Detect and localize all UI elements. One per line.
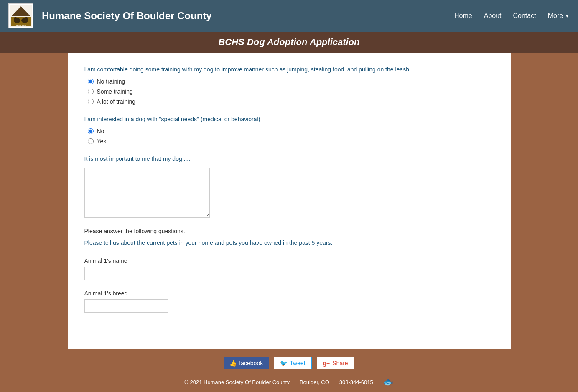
nav-links: Home About Contact More ▼ <box>454 12 570 20</box>
nav-about[interactable]: About <box>484 12 502 20</box>
animal1-breed-section: Animal 1's breed <box>84 290 494 313</box>
navbar: SHELTER Humane Society Of Boulder County… <box>0 0 578 32</box>
animal1-name-section: Animal 1's name <box>84 257 494 280</box>
nav-more[interactable]: More ▼ <box>548 12 570 20</box>
fish-icon: 🐟 <box>383 377 394 387</box>
special-needs-radio-yes[interactable] <box>88 138 94 144</box>
special-needs-label-no: No <box>97 128 104 135</box>
special-needs-radio-no[interactable] <box>88 128 94 134</box>
special-needs-option-yes[interactable]: Yes <box>88 138 494 145</box>
footer: © 2021 Humane Society Of Boulder County … <box>0 374 578 392</box>
important-question: It is most important to me that my dog .… <box>84 155 494 163</box>
chevron-down-icon: ▼ <box>565 13 570 19</box>
animal1-name-input[interactable] <box>84 267 168 280</box>
following-section: Please answer the following questions. P… <box>84 228 494 247</box>
training-label-alot: A lot of training <box>97 98 136 105</box>
site-logo: SHELTER <box>8 3 33 28</box>
form-title: BCHS Dog Adoption Application <box>218 37 359 47</box>
training-option-some[interactable]: Some training <box>88 88 494 95</box>
training-option-no[interactable]: No training <box>88 78 494 85</box>
gplus-icon: g+ <box>323 360 330 367</box>
training-radio-no[interactable] <box>88 79 94 84</box>
social-bar: 👍 facebook 🐦 Tweet g+ Share <box>0 353 578 374</box>
training-section: I am comfortable doing some training wit… <box>84 65 494 105</box>
facebook-thumb-icon: 👍 <box>229 360 237 367</box>
special-needs-radio-group: No Yes <box>88 128 494 145</box>
facebook-label: facebook <box>239 360 263 367</box>
training-radio-alot[interactable] <box>88 99 94 104</box>
animal1-name-label: Animal 1's name <box>84 257 494 264</box>
tweet-button[interactable]: 🐦 Tweet <box>274 357 311 369</box>
gplus-button[interactable]: g+ Share <box>317 357 354 369</box>
important-section: It is most important to me that my dog .… <box>84 155 494 218</box>
training-option-alot[interactable]: A lot of training <box>88 98 494 105</box>
training-question: I am comfortable doing some training wit… <box>84 65 494 74</box>
training-radio-some[interactable] <box>88 89 94 94</box>
svg-point-6 <box>25 17 28 20</box>
svg-text:SHELTER: SHELTER <box>15 24 27 27</box>
share-label: Share <box>332 360 348 367</box>
facebook-button[interactable]: 👍 facebook <box>224 357 269 369</box>
location-text: Boulder, CO <box>300 379 329 385</box>
animal1-breed-input[interactable] <box>84 299 168 313</box>
site-title: Humane Society Of Boulder County <box>42 10 454 22</box>
following-text: Please answer the following questions. <box>84 228 494 234</box>
training-label-no: No training <box>97 78 125 85</box>
training-radio-group: No training Some training A lot of train… <box>88 78 494 105</box>
content-box: I am comfortable doing some training wit… <box>68 53 511 349</box>
special-needs-option-no[interactable]: No <box>88 128 494 135</box>
phone-text: 303-344-6015 <box>339 379 373 385</box>
special-needs-label-yes: Yes <box>97 138 107 145</box>
nav-home[interactable]: Home <box>454 12 472 20</box>
twitter-bird-icon: 🐦 <box>280 360 287 367</box>
special-needs-section: I am interested in a dog with "special n… <box>84 115 494 145</box>
pets-text: Please tell us about the current pets in… <box>84 239 494 247</box>
nav-more-label: More <box>548 12 563 20</box>
important-textarea[interactable] <box>84 168 210 218</box>
animal1-breed-label: Animal 1's breed <box>84 290 494 297</box>
nav-contact[interactable]: Contact <box>513 12 536 20</box>
copyright-text: © 2021 Humane Society Of Boulder County <box>184 379 290 385</box>
tweet-label: Tweet <box>290 360 305 367</box>
special-needs-question: I am interested in a dog with "special n… <box>84 115 494 124</box>
svg-point-5 <box>14 17 17 20</box>
training-label-some: Some training <box>97 88 133 95</box>
sub-header: BCHS Dog Adoption Application <box>0 32 578 53</box>
main-wrapper: I am comfortable doing some training wit… <box>0 53 578 353</box>
